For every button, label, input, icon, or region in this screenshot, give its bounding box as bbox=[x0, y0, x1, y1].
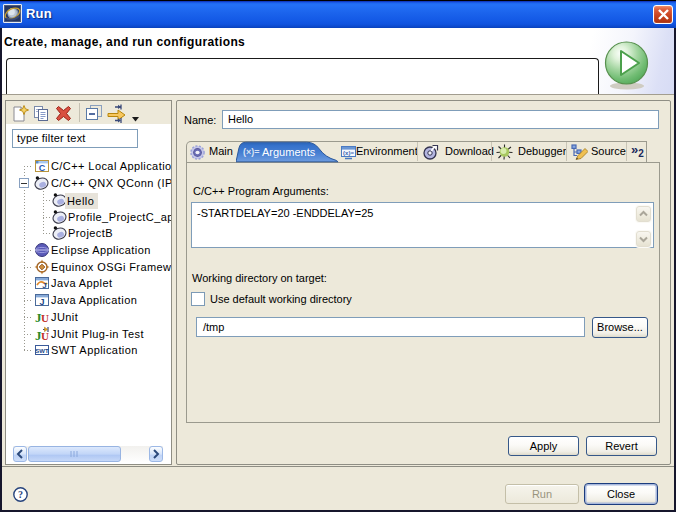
svg-text:SWT: SWT bbox=[35, 348, 49, 354]
svg-text:J: J bbox=[39, 297, 44, 307]
svg-text:(×)=: (×)= bbox=[243, 147, 260, 157]
svg-text:J: J bbox=[42, 281, 46, 290]
svg-text:C: C bbox=[39, 163, 46, 173]
svg-text:(x)=: (x)= bbox=[343, 150, 354, 156]
svg-text:U: U bbox=[41, 312, 49, 324]
svg-text:?: ? bbox=[18, 489, 23, 500]
